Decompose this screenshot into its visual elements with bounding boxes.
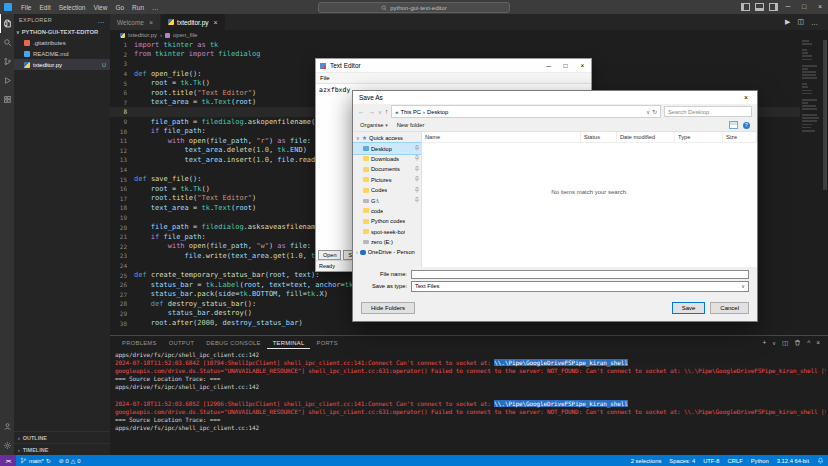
split-terminal-icon[interactable]: ◫	[782, 339, 788, 347]
menu-run[interactable]: Run	[128, 4, 148, 11]
file-row-gitattributes[interactable]: .gitattributes	[14, 37, 110, 48]
tk-file-menu[interactable]: File	[316, 75, 334, 81]
scrollbar-slider[interactable]	[823, 40, 827, 190]
terminal-dropdown-icon[interactable]: ∨	[772, 340, 776, 346]
split-editor-icon[interactable]: ◫	[797, 18, 804, 26]
tree-item-code[interactable]: code	[353, 206, 421, 216]
status-spaces-4[interactable]: Spaces: 4	[665, 455, 699, 466]
chevron-icon[interactable]: ›	[356, 249, 358, 255]
refresh-icon[interactable]: ↻	[652, 108, 657, 115]
kill-terminal-icon[interactable]	[794, 339, 801, 346]
organise-button[interactable]: Organise ▾	[360, 122, 388, 128]
file-name-input[interactable]	[411, 270, 749, 279]
tree-item-spot-seek-bot[interactable]: spot-seek-bot	[353, 227, 421, 237]
column-header-size[interactable]: Size	[723, 132, 757, 142]
file-row-txteditor-py[interactable]: txteditor.pyU	[14, 59, 110, 70]
tree-item-codes[interactable]: Codes	[353, 185, 421, 195]
tk-maximize-button[interactable]: □	[557, 59, 574, 72]
tree-item-g[interactable]: G:\	[353, 195, 421, 205]
tree-item-downloads[interactable]: Downloads	[353, 154, 421, 164]
menu-go[interactable]: Go	[111, 4, 128, 11]
search-input[interactable]	[664, 106, 752, 117]
address-bar[interactable]: « This PC › Desktop ∨ ↻	[391, 105, 661, 118]
status-crlf[interactable]: CRLF	[724, 455, 747, 466]
tk-open-button[interactable]: Open	[318, 250, 341, 260]
command-center[interactable]: python-gui-text-editor	[318, 2, 510, 13]
tk-minimize-button[interactable]: ─	[540, 59, 557, 72]
save-button[interactable]: Save	[672, 302, 706, 314]
more-actions-icon[interactable]: …	[98, 17, 105, 24]
status-2-selections[interactable]: 2 selections	[627, 455, 666, 466]
tree-item-zero-e[interactable]: zero (E:)	[353, 237, 421, 247]
tk-close-button[interactable]: ×	[574, 59, 591, 72]
search-icon[interactable]	[0, 33, 14, 52]
menu-more[interactable]: …	[148, 4, 163, 11]
chevron-icon[interactable]: ∨	[356, 135, 360, 141]
maximize-button[interactable]: □	[796, 0, 812, 14]
help-icon[interactable]: ?	[743, 122, 750, 129]
save-type-select[interactable]: Text Files ∨	[411, 281, 749, 292]
settings-gear-icon[interactable]	[0, 436, 14, 455]
close-button[interactable]: ×	[812, 0, 828, 14]
hide-folders-button[interactable]: Hide Folders	[361, 302, 415, 314]
close-tab-icon[interactable]: ×	[149, 19, 153, 26]
crumb-desktop[interactable]: Desktop	[427, 109, 448, 115]
explorer-icon[interactable]	[0, 14, 14, 33]
forward-icon[interactable]: →	[368, 108, 375, 115]
more-actions-icon[interactable]: …	[811, 19, 818, 26]
recent-locations-icon[interactable]: ∨	[378, 109, 382, 115]
toggle-sidebar-icon[interactable]	[741, 3, 750, 11]
file-row-readme-md[interactable]: README.md	[14, 48, 110, 59]
remote-indicator[interactable]: ><	[0, 455, 16, 466]
menu-selection[interactable]: Selection	[55, 4, 90, 11]
new-terminal-icon[interactable]: +	[763, 339, 767, 346]
column-header-status[interactable]: Status	[581, 132, 617, 142]
maximize-panel-icon[interactable]: ^	[807, 339, 810, 346]
menu-edit[interactable]: Edit	[35, 4, 54, 11]
git-branch-item[interactable]: main* ↻	[16, 455, 55, 466]
close-tab-icon[interactable]: ×	[214, 19, 218, 26]
close-panel-icon[interactable]: ×	[816, 339, 820, 346]
problems-item[interactable]: ⊘ 0 △ 0	[55, 455, 85, 466]
toggle-secondary-sidebar-icon[interactable]	[769, 3, 778, 11]
panel-tab-terminal[interactable]: TERMINAL	[267, 336, 311, 349]
panel-tab-problems[interactable]: PROBLEMS	[116, 336, 163, 349]
tree-item-quick-access[interactable]: ∨★Quick access	[353, 133, 421, 143]
crumb-this-pc[interactable]: This PC	[400, 109, 421, 115]
breadcrumb-symbol[interactable]: open_file	[173, 32, 197, 38]
tree-item-pictures[interactable]: Pictures	[353, 175, 421, 185]
new-folder-button[interactable]: New folder	[397, 122, 425, 128]
panel-tab-debug-console[interactable]: DEBUG CONSOLE	[200, 336, 266, 349]
tree-item-onedrive-person[interactable]: ›OneDrive - Person	[353, 247, 421, 257]
minimap[interactable]	[802, 40, 821, 335]
menu-file[interactable]: File	[17, 4, 35, 11]
column-header-type[interactable]: Type	[675, 132, 723, 142]
run-debug-icon[interactable]	[0, 71, 14, 90]
up-icon[interactable]: ↑	[385, 108, 389, 115]
minimize-button[interactable]: ─	[780, 0, 796, 14]
account-icon[interactable]	[0, 417, 14, 436]
crumb-overflow-icon[interactable]: «	[395, 109, 398, 115]
column-header-name[interactable]: Name	[422, 132, 581, 142]
panel-tab-ports[interactable]: PORTS	[310, 336, 343, 349]
status-3-12-4-64-bit[interactable]: 3.12.4 64-bit	[773, 455, 813, 466]
back-icon[interactable]: ←	[358, 108, 365, 115]
panel-tab-output[interactable]: OUTPUT	[163, 336, 201, 349]
dialog-titlebar[interactable]: Save As ×	[353, 91, 757, 104]
project-root-row[interactable]: ∨ PYTHON-GUI-TEXT-EDITOR	[14, 26, 110, 37]
notifications-item[interactable]	[813, 455, 828, 466]
status-utf-8[interactable]: UTF-8	[699, 455, 723, 466]
section-outline[interactable]: ›OUTLINE	[14, 431, 110, 443]
status-python[interactable]: Python	[747, 455, 773, 466]
tree-item-documents[interactable]: Documents	[353, 164, 421, 174]
change-view-icon[interactable]	[729, 121, 738, 129]
menu-view[interactable]: View	[89, 4, 111, 11]
tk-window-titlebar[interactable]: Text Editor ─ □ ×	[316, 59, 591, 73]
file-list[interactable]: NameStatusDate modifiedTypeSize No items…	[422, 132, 757, 267]
tab-txteditor-py[interactable]: txteditor.py×	[161, 14, 226, 30]
editor-scrollbar[interactable]	[822, 30, 828, 335]
terminal-output[interactable]: apps/drive/fs/ipc/shell_ipc_client.cc:14…	[115, 351, 826, 455]
breadcrumb-file[interactable]: txteditor.py	[128, 32, 157, 38]
column-header-date-modified[interactable]: Date modified	[617, 132, 675, 142]
section-timeline[interactable]: ›TIMELINE	[14, 443, 110, 455]
